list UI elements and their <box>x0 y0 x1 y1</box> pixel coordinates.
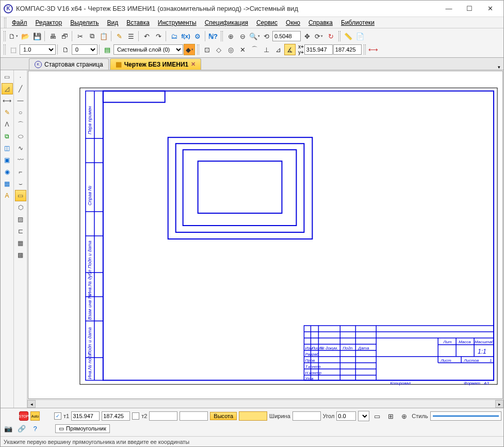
polygon-tool[interactable]: ⬡ <box>15 202 26 213</box>
edit-tool[interactable]: Λ <box>2 119 13 130</box>
axis-origin-button[interactable]: ⊕ <box>398 410 410 422</box>
tab-drawing[interactable]: ▦ Чертеж БЕЗ ИМЕНИ1 ✕ <box>110 58 202 70</box>
library-button[interactable]: ⚙ <box>192 30 203 42</box>
menu-libraries[interactable]: Библиотеки <box>337 18 379 27</box>
prop-camera-button[interactable]: 📷 <box>3 423 14 434</box>
pan-button[interactable]: ✥ <box>301 30 313 42</box>
cut-button[interactable]: ✂ <box>74 30 86 42</box>
height-input[interactable] <box>239 411 267 421</box>
circle-tool[interactable]: ○ <box>15 107 26 118</box>
t2-check[interactable] <box>132 412 139 420</box>
angle-dropdown[interactable] <box>358 411 369 421</box>
select-tool[interactable]: ▭ <box>2 71 13 83</box>
snap-center-button[interactable]: ◎ <box>225 44 236 55</box>
menu-editor[interactable]: Редактор <box>31 18 67 27</box>
layer-select[interactable]: Системный слой (0) <box>113 44 183 55</box>
undo-button[interactable]: ↶ <box>141 30 152 42</box>
print-preview-button[interactable]: 🗗 <box>59 30 70 42</box>
menu-help[interactable]: Справка <box>304 18 337 27</box>
scroll-left-button[interactable]: ◂ <box>27 400 36 408</box>
fillet-tool[interactable]: ⌣ <box>15 178 26 189</box>
coord-y-input[interactable] <box>333 44 362 55</box>
snap-near-button[interactable]: ⊿ <box>272 44 284 55</box>
report-button[interactable]: 📄 <box>354 30 366 42</box>
orbit-button[interactable]: ⟳▾ <box>313 30 324 42</box>
layer-icon[interactable]: ▤ <box>102 44 113 55</box>
menu-window[interactable]: Окно <box>282 18 304 27</box>
param-tool[interactable]: ⧉ <box>2 131 13 142</box>
tabs-dropdown[interactable]: ▾ <box>498 65 500 70</box>
paste-button[interactable]: 📋 <box>98 30 109 42</box>
redo-button[interactable]: ↷ <box>153 30 164 42</box>
spline-tool[interactable]: ∿ <box>15 142 26 154</box>
minimize-button[interactable]: — <box>438 2 459 16</box>
menu-view[interactable]: Вид <box>103 18 123 27</box>
zoom-window-button[interactable]: 🔍▾ <box>249 30 260 42</box>
snap-intersect-button[interactable]: ✕ <box>237 44 248 55</box>
rectangle-tool[interactable]: ▭ <box>15 190 26 201</box>
snap-angle-button[interactable]: ∡ <box>284 44 296 55</box>
t2-x-input[interactable] <box>149 411 177 421</box>
insert-tool[interactable]: A <box>2 190 13 201</box>
geometry-tool[interactable]: ◿ <box>2 83 13 94</box>
zoom-input[interactable] <box>272 31 301 41</box>
t2-y-input[interactable] <box>180 411 208 421</box>
object-tab[interactable]: ▭ Прямоугольник <box>55 424 110 433</box>
tab-close-icon[interactable]: ✕ <box>191 61 196 68</box>
coord-x-input[interactable] <box>304 44 333 55</box>
annotations-tool[interactable]: ✎ <box>2 107 13 118</box>
close-button[interactable]: ✕ <box>480 2 500 16</box>
angle-input[interactable] <box>336 411 356 421</box>
state-select[interactable]: 0 <box>72 44 97 55</box>
zoom-prev-button[interactable]: ⟲ <box>261 30 272 42</box>
menu-service[interactable]: Сервис <box>252 18 282 27</box>
variables-button[interactable]: f(x) <box>180 30 191 42</box>
zoom-in-button[interactable]: ⊕ <box>225 30 236 42</box>
h-scrollbar[interactable]: ◂ ▸ <box>27 400 503 408</box>
ellipse-tool[interactable]: ⬭ <box>15 131 26 142</box>
region-tool[interactable]: ▩ <box>15 249 26 261</box>
reports-tool[interactable]: ▦ <box>2 178 13 189</box>
scroll-right-button[interactable]: ▸ <box>495 400 503 408</box>
dimensions-tool[interactable]: ⟷ <box>2 95 13 106</box>
line-tool[interactable]: — <box>15 95 26 106</box>
menu-insert[interactable]: Вставка <box>122 18 154 27</box>
print-button[interactable]: 🖶 <box>47 30 58 42</box>
snap-tangent-button[interactable]: ⌒ <box>249 44 260 55</box>
style-select[interactable] <box>430 411 501 421</box>
chamfer-tool[interactable]: ⌐ <box>15 166 26 178</box>
copy-props-button[interactable]: ✎ <box>113 30 125 42</box>
new-button[interactable]: 🗋▾ <box>8 30 19 42</box>
t1-y-input[interactable] <box>102 411 130 421</box>
manager-button[interactable]: 🗂 <box>168 30 180 42</box>
stop-button[interactable]: STOP <box>19 411 28 421</box>
width-input[interactable] <box>292 411 321 421</box>
open-button[interactable]: 📂 <box>20 30 31 42</box>
bezier-tool[interactable]: 〰 <box>15 154 26 166</box>
axis-both-button[interactable]: ⊞ <box>385 410 396 422</box>
measure-button[interactable]: 📏 <box>343 30 354 42</box>
snap-end-button[interactable]: ⊡ <box>201 44 213 55</box>
save-button[interactable]: 💾 <box>31 30 43 42</box>
aux-line-tool[interactable]: ╱ <box>15 83 26 94</box>
menu-spec[interactable]: Спецификация <box>201 18 252 27</box>
scale-select[interactable]: 1.0 <box>20 44 56 55</box>
t1-x-input[interactable] <box>71 411 100 421</box>
auto-button[interactable]: Auto <box>30 411 40 421</box>
point-tool[interactable]: · <box>15 71 26 83</box>
layer-color-button[interactable]: ◆▾ <box>184 44 195 55</box>
snap-normal-button[interactable]: ⊥ <box>261 44 272 55</box>
snap-mid-button[interactable]: ◇ <box>213 44 224 55</box>
drawing-canvas[interactable]: Перв примен Справ № Подп и дата Инв.№ ду… <box>28 71 503 399</box>
menu-select[interactable]: Выделить <box>66 18 103 27</box>
menu-tools[interactable]: Инструменты <box>154 18 201 27</box>
prop-link-button[interactable]: 🔗 <box>16 423 27 434</box>
copy-button[interactable]: ⧉ <box>86 30 97 42</box>
maximize-button[interactable]: ☐ <box>459 2 480 16</box>
hatch-tool[interactable]: ▦ <box>15 237 26 249</box>
dimension-button[interactable]: ⟷ <box>368 44 379 55</box>
prop-help-button[interactable]: ? <box>29 423 41 434</box>
menu-file[interactable]: Файл <box>8 18 31 27</box>
axis-none-button[interactable]: ▭ <box>371 410 383 422</box>
arc-tool[interactable]: ⌒ <box>15 119 26 130</box>
